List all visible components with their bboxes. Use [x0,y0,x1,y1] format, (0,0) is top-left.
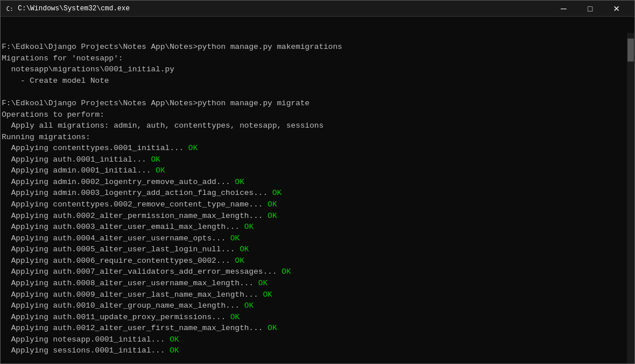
terminal-line: - Create model Note [2,75,626,87]
window-controls: ─ □ ✕ [550,1,630,17]
scrollbar-thumb[interactable] [628,39,634,62]
terminal-line: Applying sessions.0001_initial... OK [2,345,626,357]
terminal-line: Applying auth.0012_alter_user_first_name… [2,323,626,334]
terminal-line: F:\Edkool\Django Projects\Notes App\Note… [2,98,626,109]
terminal-line: Applying notesapp.0001_initial... OK [2,334,626,346]
terminal-line: F:\Edkool\Django Projects\Notes App\Note… [2,41,626,53]
terminal-line: Applying contenttypes.0001_initial... OK [2,143,626,154]
terminal-line: Applying auth.0004_alter_user_username_o… [2,233,626,244]
svg-text:C:: C: [6,6,13,12]
terminal-line: Applying admin.0001_initial... OK [2,165,626,177]
app-icon: C: [5,4,14,13]
terminal-line: Apply all migrations: admin, auth, conte… [2,120,626,132]
terminal-line: Operations to perform: [2,109,626,121]
minimize-button[interactable]: ─ [550,1,577,17]
close-button[interactable]: ✕ [603,1,630,17]
window-title: C:\Windows\System32\cmd.exe [18,5,550,13]
terminal-line: Applying auth.0006_require_contenttypes_… [2,255,626,267]
terminal-line: Applying auth.0001_initial... OK [2,154,626,166]
terminal-area: F:\Edkool\Django Projects\Notes App\Note… [1,17,634,363]
terminal-line: Applying admin.0003_logentry_add_action_… [2,187,626,199]
terminal-line: Applying auth.0011_update_proxy_permissi… [2,312,626,323]
terminal-output: F:\Edkool\Django Projects\Notes App\Note… [1,17,634,363]
terminal-line [2,86,626,98]
terminal-line: Applying auth.0007_alter_validators_add_… [2,266,626,278]
terminal-line: Applying contenttypes.0002_remove_conten… [2,199,626,210]
maximize-button[interactable]: □ [577,1,603,17]
terminal-line: Applying auth.0003_alter_user_email_max_… [2,221,626,233]
terminal-line: Applying auth.0005_alter_user_last_login… [2,244,626,255]
terminal-line: Applying auth.0010_alter_group_name_max_… [2,300,626,312]
terminal-line: Applying auth.0009_alter_user_last_name_… [2,289,626,301]
terminal-line [2,357,626,363]
terminal-line: Applying admin.0002_logentry_remove_auto… [2,177,626,188]
terminal-line: Applying auth.0008_alter_user_username_m… [2,278,626,289]
terminal-line: Applying auth.0002_alter_permission_name… [2,210,626,222]
terminal-line: Running migrations: [2,132,626,143]
terminal-line: notesapp\migrations\0001_initial.py [2,64,626,75]
terminal-line: Migrations for 'notesapp': [2,53,626,64]
cmd-window: C: C:\Windows\System32\cmd.exe ─ □ ✕ F:\… [0,0,635,364]
titlebar: C: C:\Windows\System32\cmd.exe ─ □ ✕ [1,1,634,17]
scrollbar-track[interactable] [627,33,634,363]
